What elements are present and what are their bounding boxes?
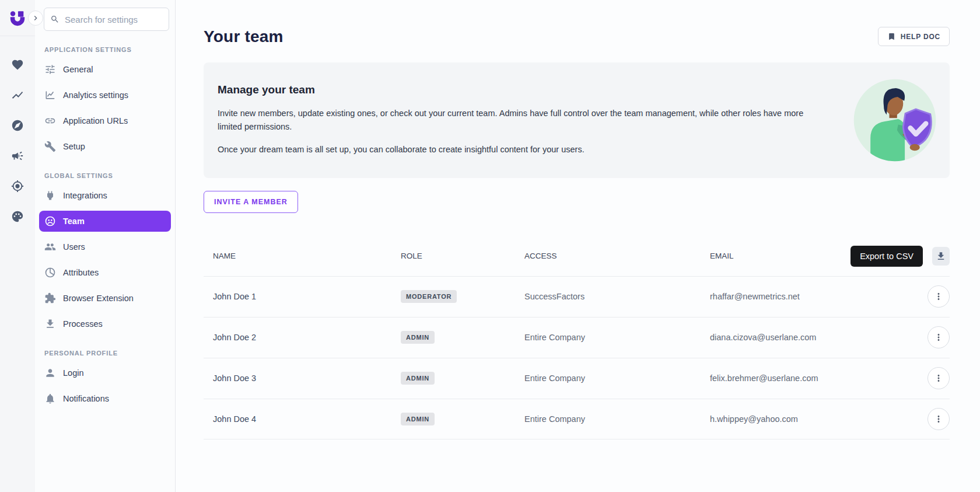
pie-chart-icon — [44, 267, 56, 278]
member-email: h.whippey@yahoo.com — [710, 414, 903, 424]
member-access: Entire Company — [524, 374, 710, 383]
settings-sidebar: APPLICATION SETTINGS General Analytics s… — [35, 0, 176, 492]
sidebar-item-integrations[interactable]: Integrations — [39, 185, 171, 206]
plug-icon — [44, 190, 56, 201]
sidebar-item-setup[interactable]: Setup — [39, 136, 171, 157]
link-icon — [44, 115, 56, 127]
role-badge: MODERATOR — [401, 290, 457, 303]
section-title: GLOBAL SETTINGS — [35, 172, 175, 179]
sidebar-item-label: Processes — [63, 319, 103, 329]
sidebar-item-label: Team — [63, 217, 85, 226]
megaphone-icon[interactable] — [11, 149, 24, 162]
sidebar-item-browser-extension[interactable]: Browser Extension — [39, 288, 171, 309]
crosshair-icon[interactable] — [11, 180, 24, 193]
userlane-logo-icon — [9, 9, 26, 27]
row-menu-button[interactable] — [928, 408, 950, 430]
download-icon — [936, 251, 946, 261]
member-name: John Doe 2 — [213, 333, 401, 342]
heart-icon[interactable] — [11, 58, 24, 71]
search-box — [44, 8, 169, 31]
row-menu-button[interactable] — [928, 326, 950, 348]
sidebar-item-application-urls[interactable]: Application URLs — [39, 110, 171, 131]
card-paragraph: Once your dream team is all set up, you … — [218, 143, 813, 156]
member-access: Entire Company — [524, 333, 710, 342]
card-paragraph: Invite new members, update existing ones… — [218, 107, 813, 134]
sidebar-item-login[interactable]: Login — [39, 362, 171, 383]
role-badge: ADMIN — [401, 413, 435, 425]
chevron-right-icon — [31, 13, 40, 23]
card-title: Manage your team — [218, 83, 833, 96]
sidebar-item-label: General — [63, 65, 93, 74]
manage-team-card: Manage your team Invite new members, upd… — [204, 62, 950, 178]
wrench-icon — [44, 141, 56, 152]
invite-member-button[interactable]: INVITE A MEMBER — [204, 191, 298, 213]
sidebar-item-label: Browser Extension — [63, 294, 134, 303]
table-row: John Doe 4 ADMIN Entire Company h.whippe… — [204, 399, 950, 439]
search-input[interactable] — [44, 8, 169, 31]
column-header-access: ACCESS — [524, 252, 710, 260]
help-doc-button[interactable]: HELP DOC — [878, 27, 950, 46]
column-header-name: NAME — [213, 252, 401, 260]
sidebar-collapse-button[interactable] — [28, 11, 43, 26]
member-email: rhaffar@newmetrics.net — [710, 292, 903, 301]
role-badge: ADMIN — [401, 331, 435, 344]
export-csv-button[interactable] — [932, 247, 950, 266]
sidebar-item-label: Login — [63, 368, 83, 378]
users-icon — [44, 241, 56, 253]
search-icon — [50, 15, 60, 24]
member-email: diana.cizova@userlane.com — [710, 333, 903, 342]
tune-icon — [44, 64, 56, 75]
table-row: John Doe 1 MODERATOR SuccessFactors rhaf… — [204, 276, 950, 317]
column-header-role: ROLE — [401, 252, 524, 260]
row-menu-button[interactable] — [928, 285, 950, 308]
kebab-menu-icon — [933, 414, 944, 424]
icon-rail — [0, 0, 35, 492]
sidebar-item-notifications[interactable]: Notifications — [39, 388, 171, 409]
role-badge: ADMIN — [401, 372, 435, 385]
section-global-settings: GLOBAL SETTINGS Integrations Team — [35, 172, 175, 334]
compass-icon[interactable] — [11, 119, 24, 132]
member-access: Entire Company — [524, 414, 710, 424]
member-email: felix.brehmer@userlane.com — [710, 374, 903, 383]
sidebar-item-general[interactable]: General — [39, 59, 171, 80]
section-application-settings: APPLICATION SETTINGS General Analytics s… — [35, 46, 175, 157]
team-circle-icon — [44, 215, 56, 227]
main-content: Your team HELP DOC Manage your team Invi… — [176, 0, 980, 492]
sidebar-item-label: Integrations — [63, 191, 107, 200]
kebab-menu-icon — [933, 291, 944, 302]
table-row: John Doe 3 ADMIN Entire Company felix.br… — [204, 358, 950, 399]
sidebar-item-attributes[interactable]: Attributes — [39, 262, 171, 283]
member-name: John Doe 3 — [213, 374, 401, 383]
sidebar-item-team[interactable]: Team — [39, 211, 171, 232]
kebab-menu-icon — [933, 332, 944, 343]
sidebar-item-analytics-settings[interactable]: Analytics settings — [39, 85, 171, 106]
download-icon — [44, 318, 56, 330]
section-title: PERSONAL PROFILE — [35, 350, 175, 357]
line-chart-icon[interactable] — [11, 89, 24, 102]
sidebar-item-label: Users — [63, 242, 85, 252]
page-title: Your team — [204, 27, 284, 46]
sidebar-item-label: Application URLs — [63, 116, 128, 125]
sidebar-item-processes[interactable]: Processes — [39, 313, 171, 334]
sidebar-item-label: Analytics settings — [63, 90, 128, 100]
sidebar-item-label: Notifications — [63, 394, 109, 403]
table-header-row: NAME ROLE ACCESS EMAIL Export to CSV — [204, 236, 950, 276]
analytics-chart-icon — [44, 89, 56, 101]
member-name: John Doe 4 — [213, 414, 401, 424]
team-table: NAME ROLE ACCESS EMAIL Export to CSV Joh… — [204, 236, 950, 439]
kebab-menu-icon — [933, 373, 944, 383]
bookmark-icon — [887, 32, 896, 41]
table-row: John Doe 2 ADMIN Entire Company diana.ci… — [204, 317, 950, 358]
section-personal-profile: PERSONAL PROFILE Login Notifications — [35, 350, 175, 409]
sidebar-item-users[interactable]: Users — [39, 236, 171, 257]
team-shield-illustration — [850, 76, 939, 165]
bell-icon — [44, 393, 56, 404]
row-menu-button[interactable] — [928, 367, 950, 389]
member-name: John Doe 1 — [213, 292, 401, 301]
export-csv-tooltip: Export to CSV — [850, 246, 923, 267]
puzzle-icon — [44, 292, 56, 304]
sidebar-item-label: Attributes — [63, 268, 99, 277]
palette-icon[interactable] — [11, 210, 24, 223]
section-title: APPLICATION SETTINGS — [35, 46, 175, 53]
sidebar-item-label: Setup — [63, 142, 85, 151]
